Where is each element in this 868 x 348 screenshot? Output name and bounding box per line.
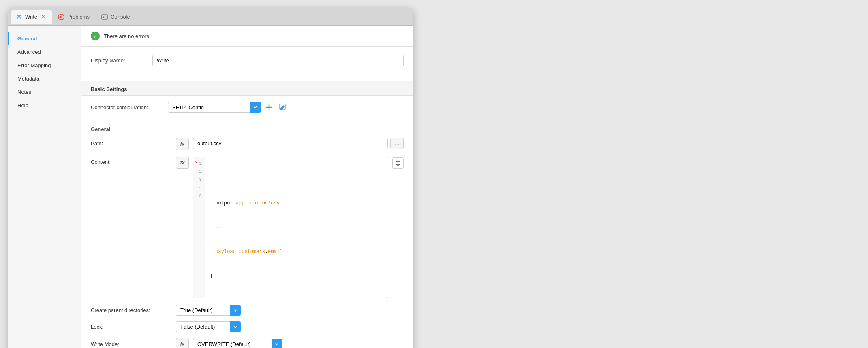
sidebar-item-metadata[interactable]: Metadata: [8, 72, 81, 85]
content-label: Content:: [91, 157, 172, 165]
content-fx-button[interactable]: fx: [176, 157, 189, 169]
lock-label: Lock:: [91, 324, 172, 330]
display-name-input[interactable]: [152, 55, 404, 66]
lock-select[interactable]: False (Default) True: [176, 321, 241, 332]
main-content: General Advanced Error Mapping Metadata …: [8, 26, 413, 348]
write-mode-row: Write Mode: fx OVERWRITE (Default) APPEN…: [91, 338, 404, 348]
create-parent-label: Create parent directories:: [91, 307, 172, 313]
code-content[interactable]: output application/csv --- payload.custo…: [205, 157, 388, 298]
connector-config-select[interactable]: SFTP_Config: [168, 102, 261, 113]
svg-text:W: W: [17, 15, 21, 19]
check-circle-icon: ✓: [91, 32, 100, 40]
console-tab-icon: >_: [101, 13, 108, 21]
general-subsection-title: General: [91, 123, 404, 132]
write-tab-label: Write: [25, 14, 37, 20]
display-name-section: Display Name:: [81, 47, 413, 81]
display-name-label: Display Name:: [91, 57, 148, 64]
connector-select-wrapper: SFTP_Config: [168, 102, 261, 113]
connector-select-arrow[interactable]: [250, 102, 261, 113]
gutter-error-icon: ✕: [195, 159, 198, 167]
tab-bar: W Write ✕ Problems >_: [8, 8, 413, 26]
sidebar-item-general[interactable]: General: [8, 32, 81, 45]
sidebar-item-error-mapping[interactable]: Error Mapping: [8, 59, 81, 72]
sidebar: General Advanced Error Mapping Metadata …: [8, 26, 81, 348]
write-mode-fx-button[interactable]: fx: [176, 338, 189, 348]
console-tab-label: Console: [111, 14, 130, 20]
create-parent-select-wrapper: True (Default) False: [176, 305, 241, 316]
lock-select-wrapper: False (Default) True: [176, 321, 241, 332]
main-window: W Write ✕ Problems >_: [8, 8, 413, 348]
no-errors-banner: ✓ There are no errors.: [81, 26, 413, 47]
path-label: Path:: [91, 138, 172, 146]
code-gutter: ✕ 1 2 3 4 5: [193, 157, 205, 298]
connector-select-group: SFTP_Config: [168, 102, 289, 113]
problems-tab-label: Problems: [67, 14, 90, 20]
write-mode-select-wrapper: OVERWRITE (Default) APPEND CREATE_NEW: [193, 339, 282, 348]
content-row: Content: fx ✕ 1 2 3 4 5: [91, 157, 404, 298]
content-editor[interactable]: ✕ 1 2 3 4 5 output application/csv ---: [193, 157, 388, 298]
sidebar-item-help[interactable]: Help: [8, 99, 81, 112]
edit-connector-button[interactable]: [277, 102, 289, 113]
path-browse-button[interactable]: ...: [390, 138, 404, 149]
basic-settings-header: Basic Settings: [81, 81, 413, 96]
tab-write[interactable]: W Write ✕: [11, 10, 52, 24]
write-tab-close[interactable]: ✕: [40, 14, 46, 20]
problems-tab-icon: [58, 13, 65, 21]
svg-text:>_: >_: [103, 15, 107, 19]
path-input-group: ...: [193, 138, 404, 149]
add-connector-button[interactable]: [263, 102, 275, 113]
path-input[interactable]: [193, 138, 388, 149]
create-parent-select[interactable]: True (Default) False: [176, 305, 241, 316]
write-mode-label: Write Mode:: [91, 341, 172, 347]
path-fx-button[interactable]: fx: [176, 138, 189, 150]
no-errors-text: There are no errors.: [104, 33, 151, 39]
display-name-row: Display Name:: [91, 55, 404, 66]
code-expand-button[interactable]: [392, 157, 404, 169]
sidebar-item-notes[interactable]: Notes: [8, 86, 81, 98]
path-row: Path: fx ...: [91, 138, 404, 150]
lock-row: Lock: False (Default) True: [91, 321, 404, 332]
write-tab-icon: W: [15, 13, 23, 21]
sidebar-item-advanced[interactable]: Advanced: [8, 46, 81, 58]
write-mode-select[interactable]: OVERWRITE (Default) APPEND CREATE_NEW: [193, 339, 282, 348]
connector-config-label: Connector configuration:: [91, 104, 164, 110]
general-subsection: General Path: fx ... Content:: [81, 119, 413, 348]
tab-problems[interactable]: Problems: [53, 10, 95, 24]
create-parent-row: Create parent directories: True (Default…: [91, 305, 404, 316]
content-panel: ✓ There are no errors. Display Name: Bas…: [81, 26, 413, 348]
tab-console[interactable]: >_ Console: [97, 10, 136, 24]
connector-config-row: Connector configuration: SFTP_Config: [81, 96, 413, 119]
